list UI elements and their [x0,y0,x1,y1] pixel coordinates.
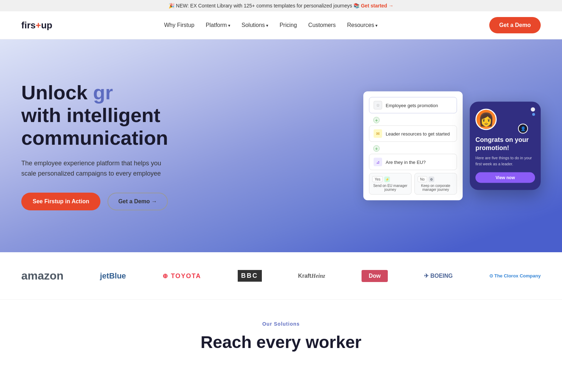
decoration-dot-blue [532,113,535,116]
phone-congrats-title: Congrats on your promotion! [475,136,535,152]
hero-primary-button[interactable]: See Firstup in Action [21,193,100,210]
hero-content: Unlock gr with intelligent communication… [21,81,177,211]
hero-title-highlight: gr [93,81,113,104]
star-icon: ☆ [374,101,382,110]
logo-dow: Dow [362,270,388,282]
workflow-trigger: ☆ Employee gets promotion [369,97,457,114]
branch-no-action-label: Keep on corporate manager journey [418,184,454,192]
workflow-trigger-label: Employee gets promotion [386,103,438,108]
hero-title: Unlock gr with intelligent communication [21,81,177,150]
nav-cta-button[interactable]: Get a Demo [489,17,541,33]
branch-yes-label-row: Yes ⚡ [372,176,408,182]
avatar [475,109,497,130]
branch-yes-tag: Yes [372,176,383,182]
add-step-icon-2[interactable]: + [373,145,380,152]
banner-cta[interactable]: Get started → [361,3,393,9]
nav-item-resources[interactable]: Resources [347,22,378,28]
branch-yes-item: Yes ⚡ Send on EU manager journey [369,173,412,195]
logo-boeing: ✈ BOEING [424,272,453,279]
hero-visual: ☆ Employee gets promotion + ✉ Leader res… [363,92,541,200]
nav-link-resources[interactable]: Resources [347,22,378,28]
nav-link-platform[interactable]: Platform [206,22,230,28]
solutions-section: Our Solutions Reach every worker [0,300,562,366]
phone-view-btn[interactable]: View now [475,172,535,183]
add-step-icon[interactable]: + [373,117,380,123]
branch-yes-action-label: Send on EU manager journey [372,184,408,192]
nav-links: Why Firstup Platform Solutions Pricing C… [164,22,378,28]
logo-kraftheinz: KraftHeinz [298,273,325,279]
avatar-small: 👤 [518,123,528,133]
logo-jetblue: jetBlue [100,271,126,281]
nav-link-customers[interactable]: Customers [308,22,336,28]
hero-title-prefix: Unlock [21,81,93,104]
top-banner: 🎉 NEW: EX Content Library with 125+ comm… [0,0,562,11]
phone-mockup: 👤 Congrats on your promotion! Here are f… [470,101,541,190]
solutions-title: Reach every worker [21,332,541,352]
decoration-dot-white [531,107,535,111]
banner-text: 🎉 NEW: EX Content Library with 125+ comm… [169,3,359,9]
nav-item-customers[interactable]: Customers [308,22,336,28]
nav-item-pricing[interactable]: Pricing [280,22,297,28]
logo-toyota: ⊕ TOYOTA [162,272,201,280]
nav-item-solutions[interactable]: Solutions [242,22,268,28]
solutions-label: Our Solutions [21,321,541,327]
branch-no-item: No ⚙ Keep on corporate manager journey [414,173,457,195]
logos-grid: amazon jetBlue ⊕ TOYOTA BBC KraftHeinz D… [21,269,541,282]
branch-no-action-icon: ⚙ [429,176,434,182]
logo-amazon: amazon [21,269,64,282]
branch-yes-action-icon: ⚡ [384,176,390,182]
nav-link-solutions[interactable]: Solutions [242,22,268,28]
hero-buttons: See Firstup in Action Get a Demo → [21,193,177,210]
nav-item-platform[interactable]: Platform [206,22,230,28]
hero-title-line2: with intelligent [21,104,160,126]
phone-header: 👤 [475,109,535,130]
hero-section: Unlock gr with intelligent communication… [0,39,562,252]
workflow-connector-2: + [369,145,457,153]
workflow-step2-label: Are they in the EU? [386,159,426,165]
workflow-connector-1: + [369,116,457,124]
branch-no-tag: No [418,176,427,182]
hero-subtitle: The employee experience platform that he… [21,158,177,179]
workflow-panel: ☆ Employee gets promotion + ✉ Leader res… [363,92,463,200]
logo-bbc: BBC [238,270,262,282]
workflow-step-2: ⊿ Are they in the EU? [369,154,457,170]
mail-icon: ✉ [374,129,382,138]
branch-no-label-row: No ⚙ [418,176,454,182]
workflow-step-1: ✉ Leader resources to get started [369,126,457,142]
phone-content: Congrats on your promotion! Here are fiv… [475,136,535,183]
filter-icon: ⊿ [374,158,382,166]
nav-item-why[interactable]: Why Firstup [164,22,194,28]
nav-link-pricing[interactable]: Pricing [280,22,297,28]
logos-section: amazon jetBlue ⊕ TOYOTA BBC KraftHeinz D… [0,252,562,300]
phone-desc: Here are five things to do in your first… [475,155,535,167]
nav-link-why[interactable]: Why Firstup [164,22,194,28]
hero-title-line3: communication [21,127,168,149]
workflow-branches: Yes ⚡ Send on EU manager journey No ⚙ Ke… [369,173,457,195]
site-logo[interactable]: firs+up [21,20,52,31]
hero-secondary-button[interactable]: Get a Demo → [108,193,167,210]
navbar: firs+up Why Firstup Platform Solutions P… [0,11,562,39]
workflow-step1-label: Leader resources to get started [386,131,450,136]
logo-clorox: ⊙ The Clorox Company [489,273,541,278]
